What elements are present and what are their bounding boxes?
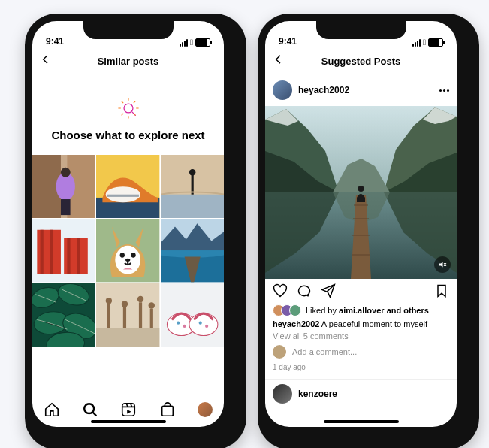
post-more-button[interactable] [439, 89, 449, 92]
caption-username[interactable]: heyach2002 [273, 319, 319, 328]
grid-cell[interactable] [161, 283, 224, 347]
svg-line-9 [121, 114, 123, 116]
share-button[interactable] [321, 283, 336, 301]
grid-cell[interactable] [96, 219, 159, 282]
grid-cell[interactable] [161, 155, 224, 218]
status-time: 9:41 [46, 36, 64, 47]
svg-point-54 [198, 321, 201, 324]
post-caption: heyach2002 A peaceful moment to myself [265, 318, 457, 330]
next-post-username: kenzoere [298, 389, 337, 399]
liked-by-others: and others [387, 306, 429, 315]
svg-point-55 [205, 325, 208, 328]
avatar [273, 384, 292, 404]
tab-reels[interactable] [120, 401, 137, 418]
grid-cell[interactable] [96, 155, 159, 218]
svg-point-22 [189, 169, 195, 175]
svg-point-34 [125, 259, 130, 262]
post-author[interactable]: heyach2002 [273, 80, 349, 100]
post-header: heyach2002 [265, 74, 457, 106]
tab-shop[interactable] [159, 401, 176, 418]
svg-rect-21 [161, 195, 224, 219]
svg-point-47 [137, 296, 143, 302]
page-title: Suggested Posts [321, 56, 400, 67]
self-avatar [273, 345, 286, 359]
grid-cell[interactable] [32, 155, 95, 218]
add-comment-placeholder: Add a comment... [292, 347, 357, 356]
svg-point-0 [124, 104, 133, 113]
svg-line-8 [133, 101, 135, 104]
tab-profile[interactable] [198, 402, 213, 417]
svg-point-53 [183, 325, 186, 328]
phone-mockup-left: 9:41 􀙇 Similar posts [25, 14, 246, 448]
device-notch [83, 21, 174, 39]
svg-rect-49 [161, 283, 224, 347]
home-indicator [324, 420, 399, 423]
comment-button[interactable] [297, 283, 312, 301]
page-title: Similar posts [98, 56, 159, 67]
svg-line-6 [121, 101, 123, 104]
svg-rect-28 [67, 238, 70, 274]
view-comments-link[interactable]: View all 5 comments [265, 330, 457, 342]
svg-point-52 [177, 321, 180, 324]
like-button[interactable] [273, 283, 288, 301]
svg-rect-26 [50, 230, 53, 274]
wifi-icon: 􀙇 [423, 38, 426, 47]
svg-rect-29 [77, 238, 80, 274]
next-post-header[interactable]: kenzoere [265, 379, 457, 408]
svg-line-57 [93, 413, 97, 416]
svg-point-32 [120, 253, 125, 258]
svg-point-56 [84, 404, 94, 413]
battery-icon [428, 38, 443, 47]
home-indicator [91, 420, 166, 423]
post-actions [265, 279, 457, 303]
grid-cell[interactable] [96, 283, 159, 347]
explore-grid [32, 155, 224, 347]
liked-by-prefix: Liked by [306, 306, 337, 315]
liked-by-user: aimi.allover [339, 306, 385, 315]
grid-cell[interactable] [32, 219, 95, 282]
phone-mockup-right: 9:41 􀙇 Suggested Posts heyach2002 [258, 14, 479, 448]
battery-icon [195, 38, 210, 47]
status-time: 9:41 [279, 36, 297, 47]
grid-cell[interactable] [161, 219, 224, 282]
signal-icon [180, 39, 188, 47]
svg-rect-14 [61, 199, 71, 215]
svg-marker-62 [128, 410, 132, 414]
svg-point-45 [106, 298, 112, 304]
likes-row[interactable]: Liked by aimi.allover and others [265, 303, 457, 318]
nav-bar: Similar posts [32, 48, 224, 74]
back-button[interactable] [273, 53, 285, 68]
device-notch [316, 21, 406, 39]
svg-point-46 [122, 301, 128, 307]
post-media[interactable] [265, 106, 457, 279]
svg-point-15 [61, 168, 71, 177]
svg-point-33 [131, 253, 136, 258]
svg-point-51 [189, 313, 218, 336]
tab-home[interactable] [44, 401, 60, 418]
liker-avatars [273, 304, 301, 316]
author-username: heyach2002 [298, 85, 349, 95]
add-comment-row[interactable]: Add a comment... [265, 342, 457, 362]
svg-point-71 [358, 186, 364, 192]
svg-point-48 [149, 302, 155, 308]
caption-text: A peaceful moment to myself [321, 319, 427, 328]
mute-icon[interactable] [434, 256, 451, 273]
explore-sparkle-icon [116, 95, 141, 121]
back-button[interactable] [40, 53, 52, 68]
svg-rect-25 [41, 230, 44, 274]
signal-icon [412, 39, 421, 47]
svg-rect-58 [122, 404, 135, 416]
avatar [273, 80, 292, 100]
svg-rect-63 [162, 406, 174, 416]
svg-rect-44 [96, 328, 159, 347]
save-button[interactable] [434, 283, 449, 301]
nav-bar: Suggested Posts [265, 48, 457, 74]
grid-cell[interactable] [32, 283, 95, 347]
svg-rect-19 [107, 195, 139, 197]
tab-search[interactable] [82, 401, 98, 418]
wifi-icon: 􀙇 [190, 38, 193, 47]
post-age: 1 day ago [265, 362, 457, 379]
explore-heading: Choose what to explore next [51, 129, 204, 141]
